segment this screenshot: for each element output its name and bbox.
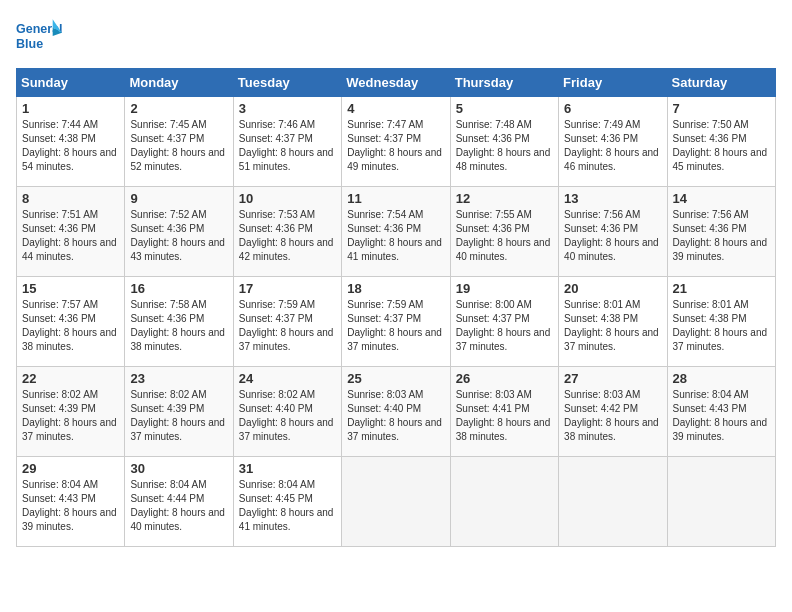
week-row-5: 29 Sunrise: 8:04 AM Sunset: 4:43 PM Dayl… (17, 457, 776, 547)
col-header-friday: Friday (559, 69, 667, 97)
day-info: Sunrise: 7:46 AM Sunset: 4:37 PM Dayligh… (239, 118, 336, 174)
calendar-cell (667, 457, 775, 547)
day-info: Sunrise: 7:48 AM Sunset: 4:36 PM Dayligh… (456, 118, 553, 174)
calendar-cell (559, 457, 667, 547)
day-info: Sunrise: 8:04 AM Sunset: 4:43 PM Dayligh… (22, 478, 119, 534)
day-info: Sunrise: 8:01 AM Sunset: 4:38 PM Dayligh… (564, 298, 661, 354)
col-header-monday: Monday (125, 69, 233, 97)
calendar-cell: 31 Sunrise: 8:04 AM Sunset: 4:45 PM Dayl… (233, 457, 341, 547)
day-number: 8 (22, 191, 119, 206)
day-number: 3 (239, 101, 336, 116)
day-number: 30 (130, 461, 227, 476)
calendar-cell: 1 Sunrise: 7:44 AM Sunset: 4:38 PM Dayli… (17, 97, 125, 187)
day-info: Sunrise: 8:04 AM Sunset: 4:43 PM Dayligh… (673, 388, 770, 444)
day-number: 25 (347, 371, 444, 386)
day-number: 29 (22, 461, 119, 476)
day-info: Sunrise: 7:51 AM Sunset: 4:36 PM Dayligh… (22, 208, 119, 264)
calendar-cell: 16 Sunrise: 7:58 AM Sunset: 4:36 PM Dayl… (125, 277, 233, 367)
day-number: 22 (22, 371, 119, 386)
day-number: 23 (130, 371, 227, 386)
day-number: 24 (239, 371, 336, 386)
col-header-sunday: Sunday (17, 69, 125, 97)
calendar-cell: 28 Sunrise: 8:04 AM Sunset: 4:43 PM Dayl… (667, 367, 775, 457)
day-number: 31 (239, 461, 336, 476)
calendar-cell: 7 Sunrise: 7:50 AM Sunset: 4:36 PM Dayli… (667, 97, 775, 187)
day-info: Sunrise: 7:55 AM Sunset: 4:36 PM Dayligh… (456, 208, 553, 264)
day-number: 5 (456, 101, 553, 116)
calendar-cell: 21 Sunrise: 8:01 AM Sunset: 4:38 PM Dayl… (667, 277, 775, 367)
calendar-cell: 25 Sunrise: 8:03 AM Sunset: 4:40 PM Dayl… (342, 367, 450, 457)
day-info: Sunrise: 7:44 AM Sunset: 4:38 PM Dayligh… (22, 118, 119, 174)
week-row-4: 22 Sunrise: 8:02 AM Sunset: 4:39 PM Dayl… (17, 367, 776, 457)
week-row-2: 8 Sunrise: 7:51 AM Sunset: 4:36 PM Dayli… (17, 187, 776, 277)
calendar-cell: 14 Sunrise: 7:56 AM Sunset: 4:36 PM Dayl… (667, 187, 775, 277)
day-number: 28 (673, 371, 770, 386)
calendar-cell: 26 Sunrise: 8:03 AM Sunset: 4:41 PM Dayl… (450, 367, 558, 457)
calendar-cell: 20 Sunrise: 8:01 AM Sunset: 4:38 PM Dayl… (559, 277, 667, 367)
logo-svg: General Blue (16, 16, 66, 56)
day-number: 15 (22, 281, 119, 296)
day-number: 14 (673, 191, 770, 206)
col-header-thursday: Thursday (450, 69, 558, 97)
day-info: Sunrise: 7:49 AM Sunset: 4:36 PM Dayligh… (564, 118, 661, 174)
day-info: Sunrise: 7:53 AM Sunset: 4:36 PM Dayligh… (239, 208, 336, 264)
calendar-cell: 13 Sunrise: 7:56 AM Sunset: 4:36 PM Dayl… (559, 187, 667, 277)
week-row-1: 1 Sunrise: 7:44 AM Sunset: 4:38 PM Dayli… (17, 97, 776, 187)
col-header-saturday: Saturday (667, 69, 775, 97)
day-info: Sunrise: 7:57 AM Sunset: 4:36 PM Dayligh… (22, 298, 119, 354)
day-info: Sunrise: 8:04 AM Sunset: 4:45 PM Dayligh… (239, 478, 336, 534)
day-info: Sunrise: 7:54 AM Sunset: 4:36 PM Dayligh… (347, 208, 444, 264)
day-number: 19 (456, 281, 553, 296)
day-info: Sunrise: 7:52 AM Sunset: 4:36 PM Dayligh… (130, 208, 227, 264)
day-number: 17 (239, 281, 336, 296)
day-info: Sunrise: 8:03 AM Sunset: 4:42 PM Dayligh… (564, 388, 661, 444)
day-info: Sunrise: 8:02 AM Sunset: 4:39 PM Dayligh… (22, 388, 119, 444)
day-info: Sunrise: 8:02 AM Sunset: 4:40 PM Dayligh… (239, 388, 336, 444)
day-number: 2 (130, 101, 227, 116)
calendar-cell (342, 457, 450, 547)
calendar-table: SundayMondayTuesdayWednesdayThursdayFrid… (16, 68, 776, 547)
day-info: Sunrise: 7:47 AM Sunset: 4:37 PM Dayligh… (347, 118, 444, 174)
calendar-cell: 29 Sunrise: 8:04 AM Sunset: 4:43 PM Dayl… (17, 457, 125, 547)
header-row: SundayMondayTuesdayWednesdayThursdayFrid… (17, 69, 776, 97)
day-info: Sunrise: 7:58 AM Sunset: 4:36 PM Dayligh… (130, 298, 227, 354)
day-number: 10 (239, 191, 336, 206)
day-info: Sunrise: 7:50 AM Sunset: 4:36 PM Dayligh… (673, 118, 770, 174)
logo: General Blue (16, 16, 66, 56)
day-number: 6 (564, 101, 661, 116)
day-info: Sunrise: 7:59 AM Sunset: 4:37 PM Dayligh… (347, 298, 444, 354)
day-number: 1 (22, 101, 119, 116)
day-info: Sunrise: 7:45 AM Sunset: 4:37 PM Dayligh… (130, 118, 227, 174)
day-number: 4 (347, 101, 444, 116)
calendar-cell: 27 Sunrise: 8:03 AM Sunset: 4:42 PM Dayl… (559, 367, 667, 457)
day-number: 7 (673, 101, 770, 116)
day-info: Sunrise: 8:03 AM Sunset: 4:40 PM Dayligh… (347, 388, 444, 444)
calendar-cell: 23 Sunrise: 8:02 AM Sunset: 4:39 PM Dayl… (125, 367, 233, 457)
col-header-wednesday: Wednesday (342, 69, 450, 97)
calendar-cell: 2 Sunrise: 7:45 AM Sunset: 4:37 PM Dayli… (125, 97, 233, 187)
calendar-cell: 5 Sunrise: 7:48 AM Sunset: 4:36 PM Dayli… (450, 97, 558, 187)
calendar-cell: 18 Sunrise: 7:59 AM Sunset: 4:37 PM Dayl… (342, 277, 450, 367)
calendar-cell: 15 Sunrise: 7:57 AM Sunset: 4:36 PM Dayl… (17, 277, 125, 367)
calendar-cell: 17 Sunrise: 7:59 AM Sunset: 4:37 PM Dayl… (233, 277, 341, 367)
week-row-3: 15 Sunrise: 7:57 AM Sunset: 4:36 PM Dayl… (17, 277, 776, 367)
calendar-cell: 12 Sunrise: 7:55 AM Sunset: 4:36 PM Dayl… (450, 187, 558, 277)
calendar-cell: 30 Sunrise: 8:04 AM Sunset: 4:44 PM Dayl… (125, 457, 233, 547)
calendar-cell: 9 Sunrise: 7:52 AM Sunset: 4:36 PM Dayli… (125, 187, 233, 277)
day-info: Sunrise: 8:00 AM Sunset: 4:37 PM Dayligh… (456, 298, 553, 354)
calendar-cell: 8 Sunrise: 7:51 AM Sunset: 4:36 PM Dayli… (17, 187, 125, 277)
day-info: Sunrise: 7:59 AM Sunset: 4:37 PM Dayligh… (239, 298, 336, 354)
calendar-cell (450, 457, 558, 547)
header: General Blue (16, 16, 776, 56)
day-number: 27 (564, 371, 661, 386)
calendar-cell: 3 Sunrise: 7:46 AM Sunset: 4:37 PM Dayli… (233, 97, 341, 187)
day-number: 11 (347, 191, 444, 206)
calendar-cell: 10 Sunrise: 7:53 AM Sunset: 4:36 PM Dayl… (233, 187, 341, 277)
col-header-tuesday: Tuesday (233, 69, 341, 97)
day-info: Sunrise: 7:56 AM Sunset: 4:36 PM Dayligh… (564, 208, 661, 264)
day-number: 20 (564, 281, 661, 296)
day-number: 16 (130, 281, 227, 296)
day-number: 9 (130, 191, 227, 206)
calendar-cell: 24 Sunrise: 8:02 AM Sunset: 4:40 PM Dayl… (233, 367, 341, 457)
day-info: Sunrise: 8:04 AM Sunset: 4:44 PM Dayligh… (130, 478, 227, 534)
